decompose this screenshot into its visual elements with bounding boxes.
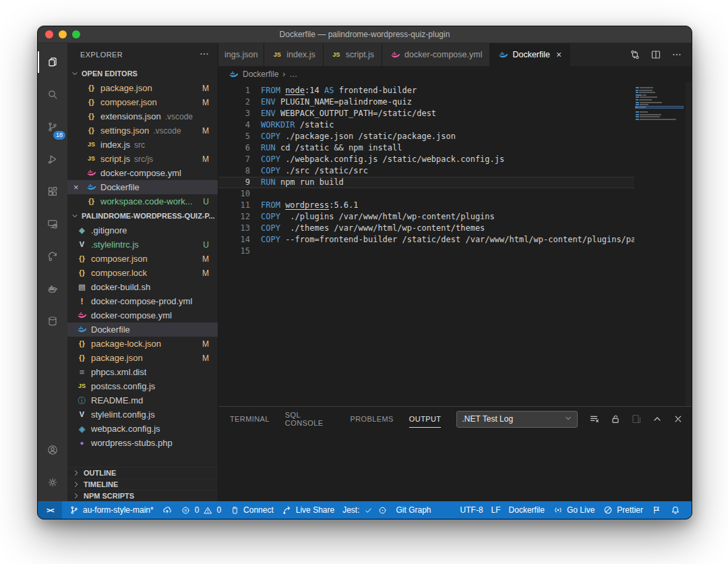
settings-gear-icon — [47, 477, 58, 488]
output-channel-select[interactable]: .NET Test Log — [456, 411, 578, 428]
live-share[interactable]: Live Share — [278, 501, 338, 519]
tree-item[interactable]: {} package-lock.json M — [67, 337, 218, 351]
title-bar[interactable]: Dockerfile — palindrome-wordpress-quiz-p… — [38, 26, 692, 43]
output-panel-content[interactable] — [218, 431, 692, 501]
file-name: package.json — [91, 353, 143, 363]
editor-scrollbar[interactable] — [686, 82, 692, 406]
activity-item-search[interactable] — [38, 78, 67, 111]
open-editor-item[interactable]: docker-compose.yml — [67, 166, 218, 180]
tree-item[interactable]: {} composer.json M — [67, 252, 218, 266]
breadcrumb-file[interactable]: Dockerfile — [243, 69, 278, 79]
open-editors-section-header[interactable]: OPEN EDITORS — [67, 66, 218, 81]
tree-item[interactable]: ⓘ README.md — [67, 393, 218, 407]
sidebar-section-npm-scripts[interactable]: NPM SCRIPTS — [67, 490, 218, 501]
panel-tab-problems[interactable]: PROBLEMS — [351, 412, 394, 426]
tree-item[interactable]: ◆ .gitignore — [67, 223, 218, 237]
tab-script.js[interactable]: JSscript.js — [324, 43, 382, 66]
breadcrumb[interactable]: Dockerfile›… — [218, 66, 692, 82]
close-editor-icon[interactable]: × — [73, 182, 86, 192]
activity-item-extensions[interactable] — [38, 175, 67, 208]
code-line: 6RUN cd /static && npm install — [218, 142, 634, 154]
activity-item-live-share[interactable] — [38, 240, 67, 273]
more-actions-icon[interactable] — [671, 49, 682, 60]
tree-item[interactable]: ▤ docker-build.sh — [67, 280, 218, 294]
chevron-down-icon — [69, 68, 80, 79]
clear-output-icon[interactable] — [589, 414, 600, 424]
close-window-button[interactable] — [45, 30, 53, 38]
close-panel-icon[interactable] — [673, 414, 684, 424]
breadcrumb-more[interactable]: … — [289, 69, 297, 79]
activity-item-account[interactable] — [38, 434, 67, 466]
publish-changes[interactable] — [158, 501, 177, 519]
file-name: webpack.config.js — [91, 424, 160, 434]
jest-status[interactable]: Jest: — [338, 501, 392, 519]
code-editor[interactable]: 1FROM node:14 AS frontend-builder 2ENV P… — [218, 82, 692, 406]
close-tab-icon[interactable]: × — [556, 49, 562, 60]
encoding[interactable]: UTF-8 — [456, 501, 487, 519]
activity-item-source-control[interactable]: 18 — [38, 111, 67, 143]
tree-item[interactable]: ! docker-compose-prod.yml — [67, 294, 218, 308]
sidebar-section-timeline[interactable]: TIMELINE — [67, 478, 218, 490]
panel-tab-terminal[interactable]: TERMINAL — [230, 412, 270, 426]
tree-item[interactable]: V stylelint.config.js — [67, 407, 218, 422]
line-number: 5 — [218, 131, 261, 142]
connect[interactable]: Connect — [225, 501, 278, 519]
git-graph[interactable]: Git Graph — [392, 501, 435, 519]
eol[interactable]: LF — [487, 501, 505, 519]
open-editor-item[interactable]: JS index.js src — [67, 138, 218, 152]
git-status-badge: M — [202, 84, 209, 93]
language-mode[interactable]: Dockerfile — [505, 501, 549, 519]
tree-item[interactable]: ≡ phpcs.xml.dist — [67, 365, 218, 379]
project-section-header[interactable]: PALINDROME-WORDPRESS-QUIZ-P... — [67, 208, 218, 223]
activity-item-files[interactable] — [38, 46, 67, 78]
tab-index.js[interactable]: JSindex.js — [264, 43, 323, 66]
unlock-icon[interactable] — [610, 414, 621, 424]
notifications[interactable] — [666, 501, 685, 519]
git-branch[interactable]: au-form-style-main* — [65, 501, 158, 519]
remote-indicator[interactable]: >< — [38, 501, 62, 519]
open-editor-item[interactable]: {} settings.json .vscode M — [67, 123, 218, 138]
tree-item[interactable]: V .stylelintrc.js U — [67, 237, 218, 252]
feedback[interactable] — [647, 501, 666, 519]
tree-item[interactable]: {} package.json M — [67, 351, 218, 365]
tree-item[interactable]: JS postcss.config.js — [67, 379, 218, 393]
panel-tab-sql-console[interactable]: SQL CONSOLE — [285, 408, 335, 430]
open-editor-item[interactable]: {} extensions.json .vscode — [67, 109, 218, 123]
code-lines[interactable]: 1FROM node:14 AS frontend-builder 2ENV P… — [218, 82, 634, 406]
tree-item[interactable]: ◈ webpack.config.js — [67, 422, 218, 436]
stylelint-icon: V — [76, 410, 88, 420]
minimize-window-button[interactable] — [59, 30, 67, 38]
maximize-panel-icon[interactable] — [652, 414, 663, 424]
activity-item-settings-gear[interactable] — [38, 466, 67, 499]
activity-item-database[interactable] — [38, 305, 67, 337]
zoom-window-button[interactable] — [72, 30, 80, 38]
tree-item[interactable]: Dockerfile — [67, 322, 218, 337]
explorer-more-actions-button[interactable] — [199, 49, 210, 61]
compare-changes-icon[interactable] — [630, 49, 640, 60]
open-editor-item[interactable]: {} package.json M — [67, 81, 218, 95]
tab-ings.json[interactable]: ings.json — [218, 43, 264, 66]
file-detail: src — [134, 140, 145, 150]
docker-pink-icon — [76, 310, 88, 321]
json-icon: {} — [76, 339, 88, 349]
tab-Dockerfile[interactable]: Dockerfile × — [490, 43, 570, 66]
sidebar-section-outline[interactable]: OUTLINE — [67, 467, 218, 478]
tree-item[interactable]: docker-compose.yml — [67, 308, 218, 322]
panel-tab-output[interactable]: OUTPUT — [409, 412, 442, 426]
split-editor-icon[interactable] — [650, 49, 661, 60]
minimap[interactable] — [634, 82, 686, 406]
open-editor-item[interactable]: {} composer.json M — [67, 95, 218, 109]
tree-item[interactable]: {} composer.lock M — [67, 266, 218, 280]
tab-docker-compose.yml[interactable]: docker-compose.yml — [382, 43, 490, 66]
tree-item[interactable]: ● wordpress-stubs.php — [67, 436, 218, 450]
activity-item-run-debug[interactable] — [38, 143, 67, 175]
go-live[interactable]: Go Live — [549, 501, 599, 519]
open-editor-item[interactable]: {} workspace.code-work... U — [67, 194, 218, 208]
activity-item-remote-explorer[interactable] — [38, 208, 67, 240]
file-name: settings.json — [100, 125, 149, 136]
activity-item-docker[interactable] — [38, 273, 67, 305]
problems[interactable]: 00 — [177, 501, 225, 519]
open-editor-item[interactable]: JS script.js src/js M — [67, 152, 218, 166]
prettier[interactable]: Prettier — [599, 501, 647, 519]
open-editor-item[interactable]: × Dockerfile — [67, 180, 218, 194]
